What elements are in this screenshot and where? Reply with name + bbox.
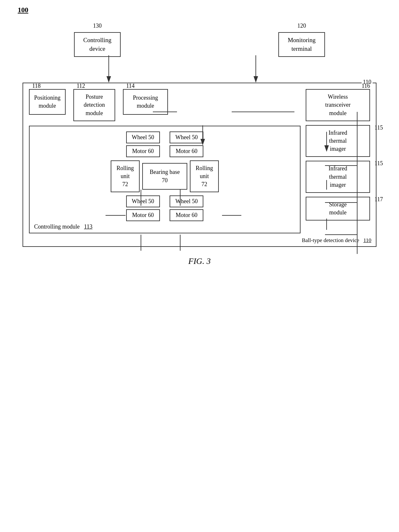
outer-box-label: Ball-type detection device 110 [302, 237, 371, 244]
infrared-imager-2-box: Infraredthermalimager [306, 161, 370, 193]
motor-60-box-2: Motor 60 [170, 145, 203, 157]
infrared-imager-1-label: Infraredthermalimager [329, 129, 347, 153]
controlling-device-box: Controllingdevice [74, 32, 121, 57]
figure-ref: 100 [18, 6, 28, 14]
storage-module-box: Storagemodule [306, 197, 370, 221]
posture-ref: 112 [77, 83, 85, 89]
right-col: 116 Wirelesstransceivermodule 115 Infrar… [306, 89, 370, 221]
wheel-50-box-2: Wheel 50 [170, 131, 203, 143]
controlling-module-label: Controlling module 113 [34, 223, 92, 230]
monitoring-terminal-label: Monitoringterminal [288, 37, 316, 52]
storage-ref: 117 [375, 196, 383, 203]
outer-detection-box: 110 Ball-type detection device 110 118 P… [23, 83, 376, 247]
wm-col-2: Wheel 50 Motor 60 [170, 131, 203, 157]
posture-detection-box: Posturedetectionmodule [73, 89, 115, 121]
infrared-imager-1-box: Infraredthermalimager [306, 125, 370, 157]
positioning-module-box: Positioningmodule [29, 89, 66, 115]
wheel-50-box-4: Wheel 50 [170, 195, 203, 207]
positioning-ref: 118 [32, 83, 41, 89]
rolling-unit-2-box: Rollingunit72 [190, 160, 219, 193]
wm-col-4: Wheel 50 Motor 60 [170, 195, 203, 221]
controlling-module-box: Wheel 50 Motor 60 Wheel 50 Motor 60 Ro [29, 126, 301, 234]
storage-module-label: Storagemodule [329, 201, 347, 217]
monitoring-terminal-box: Monitoringterminal [278, 32, 325, 57]
wheel-50-box-1: Wheel 50 [126, 131, 160, 143]
processing-module-box: Processingmodule [123, 89, 168, 115]
wireless-transceiver-box: Wirelesstransceivermodule [306, 89, 370, 121]
wheel-50-box-3: Wheel 50 [126, 195, 160, 207]
infrared-2-ref: 115 [375, 160, 383, 167]
wireless-ref: 116 [362, 83, 370, 89]
controlling-device-ref: 130 [93, 23, 102, 29]
monitoring-terminal-ref: 120 [297, 23, 306, 29]
motor-60-box-1: Motor 60 [126, 145, 160, 157]
infrared-imager-2-label: Infraredthermalimager [329, 165, 347, 189]
bearing-base-box: Bearing base70 [142, 163, 187, 189]
rolling-unit-1-box: Rollingunit72 [111, 160, 140, 193]
motor-60-box-4: Motor 60 [170, 209, 203, 221]
infrared-1-ref: 115 [375, 124, 383, 131]
processing-ref: 114 [126, 83, 135, 89]
page: 100 130 Controllingdevice 120 Monitoring… [0, 0, 399, 532]
motor-60-box-3: Motor 60 [126, 209, 160, 221]
wm-col-3: Wheel 50 Motor 60 [126, 195, 160, 221]
posture-detection-label: Posturedetectionmodule [84, 93, 105, 117]
wireless-transceiver-label: Wirelesstransceivermodule [325, 93, 351, 117]
figure-caption: FIG. 3 [13, 257, 386, 266]
processing-module-label: Processingmodule [133, 94, 158, 110]
wm-col-1: Wheel 50 Motor 60 [126, 131, 160, 157]
controlling-device-label: Controllingdevice [83, 37, 112, 52]
positioning-module-label: Positioningmodule [34, 94, 60, 110]
